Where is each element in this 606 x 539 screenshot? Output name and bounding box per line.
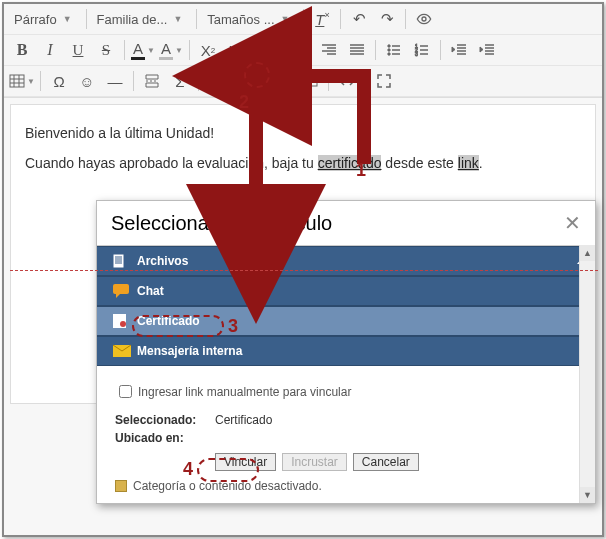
separator bbox=[198, 71, 199, 91]
separator bbox=[375, 40, 376, 60]
legend-text: Categoría o contenido desactivado. bbox=[133, 479, 322, 493]
scroll-up-icon[interactable]: ▲ bbox=[580, 245, 595, 261]
scroll-down-icon[interactable]: ▼ bbox=[580, 487, 595, 503]
font-size-label: Tamaños ... bbox=[207, 12, 274, 27]
separator bbox=[40, 71, 41, 91]
strikethrough-button[interactable]: S bbox=[92, 37, 120, 63]
manual-link-label: Ingresar link manualmente para vincular bbox=[138, 385, 351, 399]
redo-button[interactable]: ↷ bbox=[373, 6, 401, 32]
separator bbox=[124, 40, 125, 60]
align-right-button[interactable] bbox=[315, 37, 343, 63]
subscript-button[interactable]: X2 bbox=[222, 37, 250, 63]
svg-rect-7 bbox=[10, 75, 24, 87]
separator bbox=[440, 40, 441, 60]
legend-swatch bbox=[115, 480, 127, 492]
separator bbox=[133, 71, 134, 91]
manual-link-checkbox[interactable] bbox=[119, 385, 132, 398]
selected-label: Seleccionado: bbox=[115, 413, 215, 427]
editor-line2: Cuando hayas aprobado la evaluación, baj… bbox=[25, 155, 581, 171]
align-left-button[interactable] bbox=[259, 37, 287, 63]
category-certificado[interactable]: Certificado bbox=[97, 306, 595, 336]
bg-color-button[interactable]: A▼ bbox=[157, 37, 185, 63]
align-center-button[interactable] bbox=[287, 37, 315, 63]
image-button[interactable] bbox=[268, 68, 296, 94]
dialog-close-button[interactable]: ✕ bbox=[564, 211, 581, 235]
font-family-label: Familia de... bbox=[97, 12, 168, 27]
svg-point-15 bbox=[120, 321, 126, 327]
certificate-icon bbox=[113, 314, 131, 328]
special-char-button[interactable]: Ω bbox=[45, 68, 73, 94]
caret-down-icon: ▼ bbox=[281, 14, 290, 24]
svg-text:3: 3 bbox=[415, 51, 418, 57]
indent-button[interactable] bbox=[473, 37, 501, 63]
separator bbox=[365, 71, 366, 91]
link-button-vincular[interactable]: Vincular bbox=[215, 453, 276, 471]
bullet-list-button[interactable] bbox=[380, 37, 408, 63]
italic-button[interactable]: I bbox=[36, 37, 64, 63]
located-label: Ubicado en: bbox=[115, 431, 215, 445]
superscript-button[interactable]: X2 bbox=[194, 37, 222, 63]
emoji-button[interactable]: ☺ bbox=[73, 68, 101, 94]
svg-point-2 bbox=[388, 49, 390, 51]
anchor-button[interactable] bbox=[203, 68, 231, 94]
link-text[interactable]: link bbox=[458, 155, 479, 171]
category-archivos[interactable]: Archivos bbox=[97, 246, 595, 276]
svg-rect-8 bbox=[213, 74, 221, 88]
table-button[interactable]: ▼ bbox=[8, 68, 36, 94]
dialog-scrollbar[interactable]: ▲ ▼ bbox=[579, 245, 595, 503]
editor-line1: Bienvenido a la última Unidad! bbox=[25, 125, 581, 141]
category-chat[interactable]: Chat bbox=[97, 276, 595, 306]
svg-point-1 bbox=[388, 45, 390, 47]
hyperlink-dialog: Seleccionar Hipervínculo ✕ Archivos Chat… bbox=[96, 200, 596, 504]
mail-icon bbox=[113, 344, 131, 358]
separator bbox=[405, 9, 406, 29]
numbered-list-button[interactable]: 123 bbox=[408, 37, 436, 63]
fullscreen-button[interactable] bbox=[370, 68, 398, 94]
selected-value: Certificado bbox=[215, 413, 272, 427]
separator bbox=[86, 9, 87, 29]
editor-toolbar: Párrafo ▼ Familia de... ▼ Tamaños ... ▼ … bbox=[4, 4, 602, 98]
separator bbox=[340, 9, 341, 29]
chat-icon bbox=[113, 284, 131, 298]
caret-down-icon: ▼ bbox=[63, 14, 72, 24]
dialog-title: Seleccionar Hipervínculo bbox=[111, 212, 332, 235]
svg-point-10 bbox=[278, 78, 281, 81]
caret-down-icon: ▼ bbox=[173, 14, 182, 24]
separator bbox=[196, 9, 197, 29]
separator bbox=[189, 40, 190, 60]
bold-button[interactable]: B bbox=[8, 37, 36, 63]
media-button[interactable] bbox=[296, 68, 324, 94]
paragraph-label: Párrafo bbox=[14, 12, 57, 27]
embed-button[interactable]: Incrustar bbox=[282, 453, 347, 471]
separator bbox=[263, 71, 264, 91]
category-mensajeria[interactable]: Mensajería interna bbox=[97, 336, 595, 366]
font-family-select[interactable]: Familia de... ▼ bbox=[91, 9, 189, 30]
underline-button[interactable]: U bbox=[64, 37, 92, 63]
separator bbox=[328, 71, 329, 91]
clear-format-button[interactable]: T× bbox=[308, 6, 336, 32]
source-button[interactable] bbox=[333, 68, 361, 94]
link-icon bbox=[237, 73, 253, 89]
category-list: Archivos Chat Certificado Mensajería int… bbox=[97, 245, 595, 366]
svg-point-3 bbox=[388, 53, 390, 55]
selected-text-certificado[interactable]: certificado bbox=[318, 155, 382, 171]
link-button[interactable] bbox=[231, 68, 259, 94]
align-justify-button[interactable] bbox=[343, 37, 371, 63]
separator bbox=[303, 9, 304, 29]
outdent-button[interactable] bbox=[445, 37, 473, 63]
pagebreak-button[interactable] bbox=[138, 68, 166, 94]
paragraph-select[interactable]: Párrafo ▼ bbox=[8, 9, 78, 30]
hr-button[interactable]: — bbox=[101, 68, 129, 94]
eye-icon bbox=[416, 11, 432, 27]
separator bbox=[254, 40, 255, 60]
cancel-button[interactable]: Cancelar bbox=[353, 453, 419, 471]
text-color-button[interactable]: A▼ bbox=[129, 37, 157, 63]
svg-point-0 bbox=[422, 17, 426, 21]
preview-button[interactable] bbox=[410, 6, 438, 32]
svg-rect-13 bbox=[113, 284, 129, 294]
math-button[interactable]: Σ bbox=[166, 68, 194, 94]
file-icon bbox=[113, 254, 131, 268]
font-size-select[interactable]: Tamaños ... ▼ bbox=[201, 9, 295, 30]
undo-button[interactable]: ↶ bbox=[345, 6, 373, 32]
